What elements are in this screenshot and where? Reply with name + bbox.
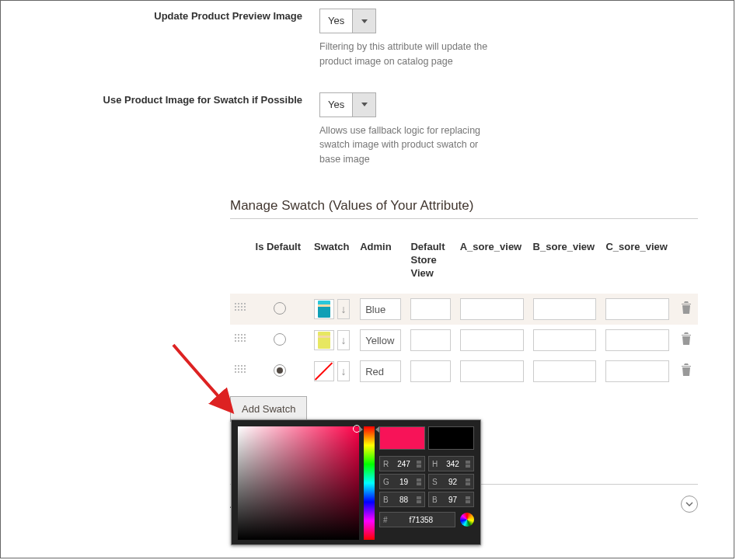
use-swatch-label: Use Product Image for Swatch if Possible xyxy=(9,92,319,167)
picker-b-input[interactable]: B88 xyxy=(379,492,425,507)
color-picker[interactable]: R247 H342 G19 S92 B88 B97 #f71358 xyxy=(231,419,481,545)
is-default-radio[interactable] xyxy=(274,333,286,346)
admin-input[interactable] xyxy=(360,329,401,351)
divider xyxy=(230,218,698,219)
th-default-store: Default Store View xyxy=(406,235,455,294)
admin-input[interactable] xyxy=(360,298,401,320)
admin-input[interactable] xyxy=(360,360,401,382)
chevron-down-icon xyxy=(685,502,693,506)
c-store-input[interactable] xyxy=(605,329,669,351)
picker-br-input[interactable]: B97 xyxy=(428,492,474,507)
swatch-preview[interactable] xyxy=(314,330,334,350)
add-swatch-button[interactable]: Add Swatch xyxy=(230,396,307,422)
manage-swatch-title: Manage Swatch (Values of Your Attribute) xyxy=(230,198,726,214)
picker-r-input[interactable]: R247 xyxy=(379,456,425,471)
picker-hex-input[interactable]: #f71358 xyxy=(379,512,455,527)
drag-handle-icon[interactable] xyxy=(235,303,246,314)
b-store-input[interactable] xyxy=(533,360,597,382)
drag-handle-icon[interactable] xyxy=(235,334,246,345)
select-value: Yes xyxy=(320,93,352,117)
update-preview-label: Update Product Preview Image xyxy=(9,9,319,69)
th-admin: Admin xyxy=(355,235,406,294)
swatch-table: Is Default Swatch Admin Default Store Vi… xyxy=(230,235,698,388)
c-store-input[interactable] xyxy=(605,360,669,382)
a-store-input[interactable] xyxy=(460,329,524,351)
drag-handle-icon[interactable] xyxy=(235,365,246,376)
chevron-down-icon[interactable] xyxy=(352,9,375,33)
is-default-radio[interactable] xyxy=(274,302,286,315)
arrow-down-icon: ↓ xyxy=(341,334,347,346)
arrow-down-icon: ↓ xyxy=(341,303,347,315)
picker-s-input[interactable]: S92 xyxy=(428,474,474,489)
a-store-input[interactable] xyxy=(460,298,524,320)
hue-arrow-icon xyxy=(359,426,363,433)
swatch-preview[interactable] xyxy=(314,361,334,381)
trash-icon xyxy=(681,363,692,376)
default-store-input[interactable] xyxy=(410,329,450,351)
chevron-down-icon[interactable] xyxy=(352,93,375,117)
color-preview-old xyxy=(428,426,474,450)
default-store-input[interactable] xyxy=(410,360,450,382)
use-swatch-select[interactable]: Yes xyxy=(319,92,376,117)
th-a-store: A_sore_view xyxy=(455,235,528,294)
use-swatch-helper: Allows use fallback logic for replacing … xyxy=(319,123,498,167)
swatch-dropdown[interactable]: ↓ xyxy=(337,361,350,381)
b-store-input[interactable] xyxy=(533,329,597,351)
th-is-default: Is Default xyxy=(251,235,310,294)
table-row: ↓ xyxy=(230,325,698,356)
picker-g-input[interactable]: G19 xyxy=(379,474,425,489)
th-swatch: Swatch xyxy=(309,235,355,294)
swatch-dropdown[interactable]: ↓ xyxy=(337,299,350,319)
update-preview-helper: Filtering by this attribute will update … xyxy=(319,40,498,69)
color-wheel-icon[interactable] xyxy=(460,513,474,527)
collapse-toggle[interactable] xyxy=(681,496,698,513)
trash-icon xyxy=(681,332,692,345)
update-preview-select[interactable]: Yes xyxy=(319,9,376,33)
swatch-dropdown[interactable]: ↓ xyxy=(337,330,350,350)
th-b-store: B_sore_view xyxy=(528,235,602,294)
hue-slider[interactable] xyxy=(364,426,375,540)
a-store-input[interactable] xyxy=(460,360,524,382)
table-row: ↓ xyxy=(230,356,698,387)
is-default-radio[interactable] xyxy=(274,364,286,377)
table-row: ↓ xyxy=(230,294,698,325)
trash-icon xyxy=(681,301,692,314)
th-c-store: C_sore_view xyxy=(601,235,674,294)
hue-arrow-icon xyxy=(375,426,379,433)
delete-row-button[interactable] xyxy=(681,334,692,347)
c-store-input[interactable] xyxy=(605,298,669,320)
delete-row-button[interactable] xyxy=(681,365,692,378)
color-preview-new xyxy=(379,426,425,450)
picker-h-input[interactable]: H342 xyxy=(428,456,474,471)
arrow-down-icon: ↓ xyxy=(341,365,347,377)
saturation-value-area[interactable] xyxy=(238,426,359,540)
select-value: Yes xyxy=(320,9,352,33)
swatch-preview[interactable] xyxy=(314,299,334,319)
default-store-input[interactable] xyxy=(410,298,450,320)
delete-row-button[interactable] xyxy=(681,303,692,316)
b-store-input[interactable] xyxy=(533,298,597,320)
